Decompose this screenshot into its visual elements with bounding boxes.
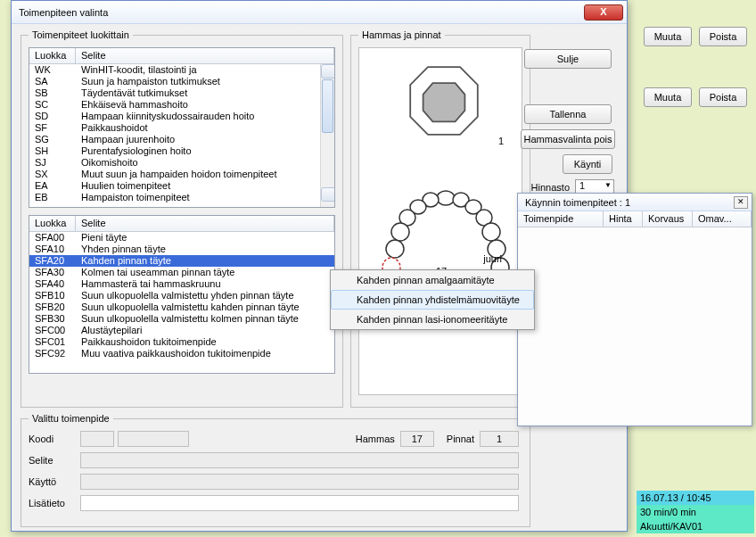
kt-col-omav[interactable]: Omav... <box>693 211 752 227</box>
selite-box <box>80 452 519 468</box>
table-row[interactable]: SFC00Alustäytepilari <box>29 325 334 336</box>
table-row[interactable]: SFB20Suun ulkopuolella valmistettu kahde… <box>29 302 334 313</box>
hinnasto-label: Hinnasto <box>531 182 570 193</box>
col-selite-1[interactable]: Selite <box>76 48 334 63</box>
table-row[interactable]: SBTäydentävät tutkimukset <box>29 87 334 99</box>
table-row[interactable]: EBHampaiston toimenpiteet <box>29 192 334 203</box>
ctx-item-amalgaami[interactable]: Kahden pinnan amalgaamitäyte <box>331 270 534 290</box>
table-row[interactable]: SDHampaan kiinnityskudossairauden hoito <box>29 111 334 122</box>
lisatieto-label: Lisätieto <box>29 498 80 508</box>
svg-point-9 <box>391 223 409 241</box>
muuta-button-2[interactable]: Muuta <box>644 87 692 107</box>
poista-button-1[interactable]: Poista <box>699 27 747 46</box>
kaynti-panel-titlebar[interactable]: Käynnin toimenpiteet : 1 ✕ <box>518 194 752 211</box>
svg-marker-1 <box>423 83 465 121</box>
muuta-button-1[interactable]: Muuta <box>644 27 692 46</box>
kaynti-panel-close-icon[interactable]: ✕ <box>734 196 748 209</box>
tooth-top-icon <box>404 61 484 141</box>
lisatieto-input[interactable] <box>80 495 519 511</box>
tooth-num-1: 1 <box>498 136 504 146</box>
fieldset-hammas: Hammas ja pinnat 1 <box>350 29 530 408</box>
table-row[interactable]: SFA10Yhden pinnan täyte <box>29 244 334 255</box>
status-type: Akuutti/KAV01 <box>637 519 754 533</box>
dialog-title: Toimenpiteen valinta <box>19 7 584 18</box>
status-time: 16.07.13 / 10:45 <box>637 491 754 505</box>
fieldset-luokittain: Toimenpiteet luokittain Luokka Selite WK… <box>21 29 343 408</box>
col-selite-2[interactable]: Selite <box>76 216 334 231</box>
ctx-item-lasi-ionomeeri[interactable]: Kahden pinnan lasi-ionomeeritäyte <box>331 310 534 329</box>
tallenna-button[interactable]: Tallenna <box>524 104 612 124</box>
chevron-down-icon: ▼ <box>604 181 612 189</box>
tooth-diagram[interactable]: 1 <box>358 47 522 395</box>
selite-label: Selite <box>29 455 80 466</box>
kt-col-korvaus[interactable]: Korvaus <box>643 211 693 227</box>
table-row[interactable]: SFB10Suun ulkopuolella valmistettu yhden… <box>29 290 334 302</box>
table-row[interactable]: SJOikomishoito <box>29 157 334 169</box>
hammasvalinta-pois-button[interactable]: Hammasvalinta pois <box>521 129 615 149</box>
table-row[interactable]: SFA30Kolmen tai useamman pinnan täyte <box>29 267 334 278</box>
poista-button-2[interactable]: Poista <box>699 87 747 107</box>
svg-point-2 <box>437 191 455 205</box>
status-duration: 30 min/0 min <box>637 505 754 519</box>
kaytto-box <box>80 474 519 490</box>
legend-luokittain: Toimenpiteet luokittain <box>29 29 133 40</box>
kt-col-hinta[interactable]: Hinta <box>604 211 643 227</box>
kt-col-toimenpide[interactable]: Toimenpide <box>518 211 604 227</box>
kaynti-button[interactable]: Käynti <box>563 154 612 174</box>
table-row[interactable]: SFC92Muu vaativa paikkaushoidon tukitoim… <box>29 348 334 359</box>
col-luokka-1[interactable]: Luokka <box>29 48 76 63</box>
table-row[interactable]: SFA40Hammasterä tai hammaskruunu <box>29 278 334 290</box>
koodi-label: Koodi <box>29 434 80 444</box>
table-row[interactable]: SASuun ja hampaiston tutkimukset <box>29 76 334 87</box>
koodi-box1 <box>80 431 114 447</box>
legend-valittu: Valittu toimenpide <box>29 413 113 424</box>
table-row[interactable]: SCEhkäisevä hammashoito <box>29 99 334 111</box>
koodi-box2 <box>118 431 189 447</box>
context-menu: Kahden pinnan amalgaamitäyte Kahden pinn… <box>330 269 535 330</box>
pinnat-value: 1 <box>480 431 519 447</box>
table-row[interactable]: EAHuulien toimenpiteet <box>29 180 334 192</box>
scroll-down-icon[interactable]: ▾ <box>321 187 335 202</box>
kaynti-panel: Käynnin toimenpiteet : 1 ✕ Toimenpide Hi… <box>517 193 752 426</box>
list2[interactable]: Luokka Selite SFA00Pieni täyteSFA10Yhden… <box>29 215 335 374</box>
scrollbar-1[interactable]: ▴ ▾ <box>320 64 334 207</box>
svg-point-10 <box>482 223 500 241</box>
table-row[interactable]: SFPaikkaushoidot <box>29 122 334 134</box>
close-icon[interactable]: X <box>584 4 623 21</box>
table-row[interactable]: SHPurentafysiologinen hoito <box>29 145 334 157</box>
table-row[interactable]: SFB30Suun ulkopuolella valmistettu kolme… <box>29 313 334 325</box>
pinnat-label: Pinnat <box>447 434 474 444</box>
table-row[interactable]: SXMuut suun ja hampaiden hoidon toimenpi… <box>29 169 334 180</box>
titlebar[interactable]: Toimenpiteen valinta X <box>12 1 627 24</box>
svg-point-11 <box>386 240 404 258</box>
scroll-up-icon[interactable]: ▴ <box>321 64 335 78</box>
kaynti-panel-title: Käynnin toimenpiteet : 1 <box>525 197 734 208</box>
scroll-thumb[interactable] <box>322 79 333 133</box>
table-row[interactable]: SFA20Kahden pinnan täyte <box>29 255 334 267</box>
table-row[interactable]: WKWinHIT-koodit, tilastointi ja <box>29 64 334 76</box>
legend-hammas: Hammas ja pinnat <box>358 29 445 40</box>
sulje-button[interactable]: Sulje <box>524 49 612 69</box>
table-row[interactable]: SFC01Paikkaushoidon tukitoimenpide <box>29 336 334 348</box>
hammas-value: 17 <box>400 431 434 447</box>
ctx-item-yhdistelmamuovi[interactable]: Kahden pinnan yhdistelmämuovitäyte <box>331 290 534 310</box>
hammas-label: Hammas <box>356 434 395 444</box>
col-luokka-2[interactable]: Luokka <box>29 216 76 231</box>
fieldset-valittu: Valittu toimenpide Koodi Hammas 17 Pinna… <box>21 413 530 527</box>
kaytto-label: Käyttö <box>29 476 80 487</box>
right-column: Sulje Tallenna Hammasvalinta pois Käynti… <box>520 49 616 195</box>
list1[interactable]: Luokka Selite WKWinHIT-koodit, tilastoin… <box>29 47 335 208</box>
tooth-juuri-label: juuri <box>483 253 502 264</box>
table-row[interactable]: SFA00Pieni täyte <box>29 232 334 244</box>
table-row[interactable]: SGHampaan juurenhoito <box>29 134 334 145</box>
